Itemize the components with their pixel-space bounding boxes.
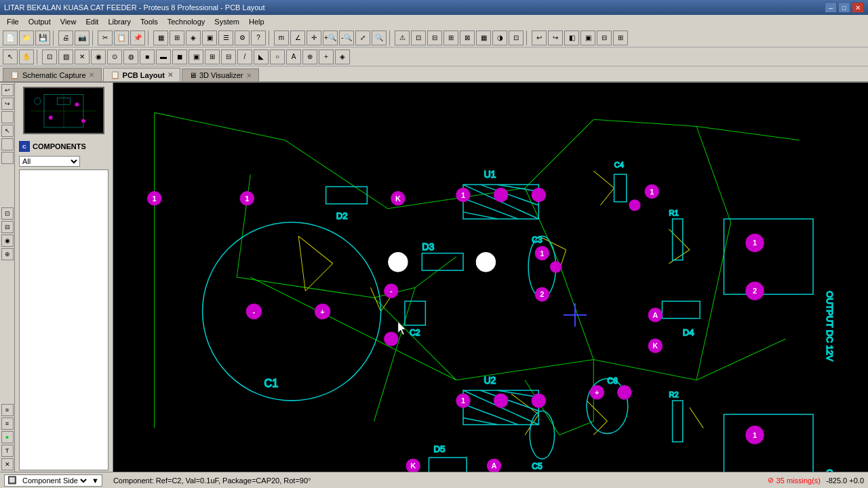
- tb-btn1[interactable]: ▦: [153, 30, 168, 45]
- sep2: [92, 30, 95, 45]
- 3d-button[interactable]: ▣: [580, 30, 595, 45]
- draw-tool1[interactable]: ⊡: [42, 49, 57, 64]
- comp-list[interactable]: [19, 169, 108, 470]
- draw-tool9[interactable]: ◼: [172, 49, 187, 64]
- lt-undo[interactable]: ↩: [1, 84, 14, 96]
- sep3: [148, 30, 151, 45]
- plane-button[interactable]: ▦: [476, 30, 491, 45]
- tb-btn7[interactable]: ?: [251, 30, 266, 45]
- tb-btn3[interactable]: ◈: [186, 30, 201, 45]
- lt-tool4[interactable]: ⊕: [1, 248, 14, 260]
- svg-text:1: 1: [753, 431, 757, 439]
- draw-tool7[interactable]: ■: [140, 49, 155, 64]
- drc-button[interactable]: ⚠: [395, 30, 410, 45]
- draw-tool10[interactable]: ▣: [189, 49, 203, 64]
- draw-tool19[interactable]: ◈: [335, 49, 350, 64]
- redo-button[interactable]: ↪: [548, 30, 563, 45]
- auto-button[interactable]: ⊞: [443, 30, 458, 45]
- menu-tools[interactable]: Tools: [136, 16, 162, 27]
- tab-3d-close[interactable]: ✕: [246, 72, 252, 79]
- layer-dropdown-icon[interactable]: ▼: [92, 476, 99, 485]
- draw-tool3[interactable]: ✕: [75, 49, 90, 64]
- svg-text:K: K: [395, 195, 401, 203]
- measure-button[interactable]: m: [274, 30, 289, 45]
- draw-tool12[interactable]: ⊟: [221, 49, 236, 64]
- menu-system[interactable]: System: [210, 16, 243, 27]
- comp-button[interactable]: ◧: [564, 30, 579, 45]
- draw-tool11[interactable]: ⊞: [205, 49, 220, 64]
- tab-3d[interactable]: 🖥 3D Visualizer ✕: [182, 68, 259, 81]
- draw-tool16[interactable]: A: [286, 49, 301, 64]
- draw-tool8[interactable]: ▬: [156, 49, 171, 64]
- tab-pcb-close[interactable]: ✕: [167, 71, 173, 79]
- highlight-button[interactable]: ◑: [492, 30, 507, 45]
- draw-tool18[interactable]: +: [319, 49, 334, 64]
- draw-tool17[interactable]: ⊕: [302, 49, 317, 64]
- lt-tool2[interactable]: ⊟: [1, 221, 14, 233]
- paste-button[interactable]: 📌: [130, 30, 145, 45]
- pcb-canvas[interactable]: C1 U1 U2 D2: [113, 83, 868, 472]
- export-button[interactable]: ⊟: [597, 30, 612, 45]
- lt-bot1[interactable]: ≡: [1, 404, 14, 416]
- draw-tool5[interactable]: ⊙: [107, 49, 122, 64]
- menu-help[interactable]: Help: [245, 16, 269, 27]
- draw-tool4[interactable]: ◉: [91, 49, 106, 64]
- print-button[interactable]: 🖨: [58, 30, 73, 45]
- draw-tool15[interactable]: ○: [270, 49, 285, 64]
- comp-filter-select[interactable]: All: [19, 156, 80, 167]
- select-tool[interactable]: ↖: [3, 49, 18, 64]
- layer-select[interactable]: Component Side: [20, 476, 89, 485]
- lt-arrow[interactable]: ↖: [1, 125, 14, 137]
- save-button[interactable]: 💾: [35, 30, 50, 45]
- print-preview-button[interactable]: 📷: [75, 30, 90, 45]
- netlist-button[interactable]: ⊡: [411, 30, 426, 45]
- tab-pcb[interactable]: 📋 PCB Layout ✕: [103, 68, 180, 81]
- rats-button[interactable]: ⊟: [427, 30, 442, 45]
- draw-tool13[interactable]: /: [237, 49, 252, 64]
- zoom-in-button[interactable]: +🔍: [323, 30, 338, 45]
- draw-tool14[interactable]: ◣: [254, 49, 269, 64]
- zoom-full-button[interactable]: ⊡: [509, 30, 524, 45]
- lt-bot2[interactable]: ≡: [1, 418, 14, 430]
- titlebar-controls: – □ ✕: [825, 2, 864, 13]
- zoom-out-button[interactable]: -🔍: [339, 30, 354, 45]
- open-button[interactable]: 📁: [19, 30, 34, 45]
- svg-point-119: [618, 386, 631, 399]
- menu-technology[interactable]: Technology: [163, 16, 210, 27]
- tab-schematic-close[interactable]: ✕: [89, 71, 94, 79]
- import-button[interactable]: ⊞: [613, 30, 628, 45]
- tab-schematic[interactable]: 📋 Schematic Capture ✕: [3, 68, 102, 81]
- maximize-button[interactable]: □: [838, 2, 850, 13]
- origin-button[interactable]: ✛: [307, 30, 321, 45]
- lt-tool1[interactable]: ⊡: [1, 207, 14, 220]
- lt-bot4[interactable]: T: [1, 445, 14, 457]
- tb-btn4[interactable]: ▣: [202, 30, 217, 45]
- menu-output[interactable]: Output: [24, 16, 55, 27]
- draw-tool2[interactable]: ▧: [58, 49, 73, 64]
- lt-bot3[interactable]: ●: [1, 431, 14, 443]
- new-button[interactable]: 📄: [3, 30, 18, 45]
- zoom-fit-button[interactable]: ⤢: [355, 30, 370, 45]
- menu-view[interactable]: View: [56, 16, 81, 27]
- svg-text:D5: D5: [434, 444, 446, 454]
- draw-tool6[interactable]: ◍: [123, 49, 138, 64]
- lt-redo[interactable]: ↪: [1, 98, 14, 110]
- lt-tool3[interactable]: ◉: [1, 235, 14, 247]
- lt-bot5[interactable]: ✕: [1, 458, 14, 470]
- close-button[interactable]: ✕: [852, 2, 864, 13]
- zoom-area-button[interactable]: 🔍: [372, 30, 387, 45]
- pan-tool[interactable]: ✋: [19, 49, 34, 64]
- undo-button[interactable]: ↩: [532, 30, 547, 45]
- menu-edit[interactable]: Edit: [81, 16, 102, 27]
- cut-button[interactable]: ✂: [98, 30, 113, 45]
- tb-btn6[interactable]: ⚙: [235, 30, 250, 45]
- menu-file[interactable]: File: [3, 16, 23, 27]
- minimize-button[interactable]: –: [825, 2, 837, 13]
- svg-text:K: K: [652, 342, 658, 350]
- angle-button[interactable]: ∠: [290, 30, 305, 45]
- tb-btn5[interactable]: ☰: [218, 30, 233, 45]
- copy-button[interactable]: 📋: [114, 30, 129, 45]
- tb-btn2[interactable]: ⊞: [170, 30, 184, 45]
- menu-library[interactable]: Library: [104, 16, 135, 27]
- route-button[interactable]: ⊠: [460, 30, 475, 45]
